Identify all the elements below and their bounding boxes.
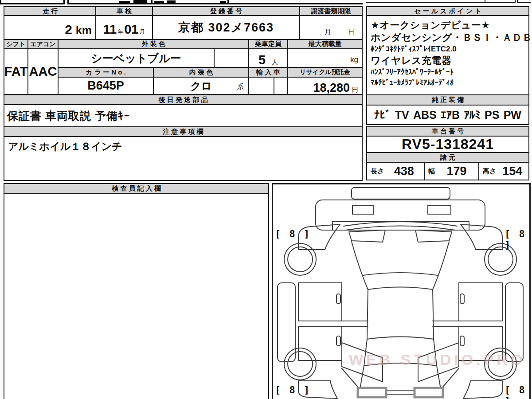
car-wiper-left <box>349 230 385 242</box>
transfer-day-label: 日 <box>348 28 355 36</box>
equipment-item: PW <box>504 109 521 121</box>
inspection-value-cell: 11 年 01 月 <box>95 15 153 40</box>
exterior-color-empty-cell <box>214 48 249 68</box>
maxload-cell: kg <box>287 48 363 68</box>
registration-value: 京都 302メ7663 <box>178 20 274 35</box>
remnant-divider <box>227 0 229 4</box>
car-left-front-handle <box>336 294 340 304</box>
import-empty-cell-2 <box>274 77 288 95</box>
car-wheel-rear-left-inner <box>288 352 313 376</box>
import-empty-cell-1 <box>248 77 274 95</box>
car-rear-bumper-lines <box>386 391 415 395</box>
tire-mark-rear-left: [ 8 ] <box>275 384 311 395</box>
car-tail-side-left <box>360 366 364 389</box>
car-right-rear-fender <box>463 381 502 399</box>
color-no-value: B645P <box>87 79 124 93</box>
recycle-deposit-unit: 円 <box>352 86 358 94</box>
equipment-item: ABS <box>413 109 437 121</box>
notes-header: 注 意 事 項 欄 <box>4 126 363 137</box>
exterior-color-cell: シーベットブルー <box>58 48 215 68</box>
aircon-value: AAC <box>29 64 57 79</box>
equipment-item: ｱﾙﾐ <box>464 109 481 121</box>
mileage-header: 走 行 <box>4 6 97 16</box>
capacity-value: 5 <box>258 53 266 67</box>
car-right-rocker-lines <box>433 321 459 326</box>
spec-width-label: 幅 <box>425 167 435 176</box>
car-left-rear-handle <box>336 336 340 346</box>
car-wheel-front-right-inner <box>488 247 513 272</box>
interior-color-cell: クロ 系 <box>153 77 249 95</box>
spec-height-label: 高さ <box>479 167 496 176</box>
remnant-cell <box>0 0 65 4</box>
specs-header: 諸 元 <box>366 152 529 163</box>
inspection-month-unit: 月 <box>139 28 145 36</box>
equipment-header: 純 正 装 備 <box>366 94 529 106</box>
watermark: WEB STUDIO.PRO <box>349 351 525 368</box>
aircon-value-cell: AAC <box>27 48 59 95</box>
color-no-cell: B645P <box>58 77 154 95</box>
registration-header: 登 録 番 号 <box>152 6 300 16</box>
remnant-glyph-fragment <box>167 0 176 3</box>
spec-length-value: 438 <box>384 164 424 178</box>
mileage-value: 2 <box>65 22 72 37</box>
car-wiper-right <box>415 230 452 242</box>
color-no-header: カ ラ ー N o . <box>58 67 154 78</box>
car-cowl-line <box>363 273 438 275</box>
car-wheel-rear-left <box>284 348 316 380</box>
sales-point-line: ホンダセンシング・ＢＳＩ・ＡＤＢ <box>371 31 532 44</box>
spec-length-cell: 長さ 438 <box>366 162 425 180</box>
inspection-year: 11 <box>103 22 117 37</box>
auction-sheet: 走 行 車 検 登 録 番 号 譲渡書類期限 2 km 11 年 01 月 京都… <box>0 0 532 399</box>
interior-color-value: クロ <box>190 79 212 93</box>
car-right-front-handle <box>460 294 464 304</box>
chassis-value: RV5-1318241 <box>402 136 494 153</box>
car-roof-front-arc <box>368 287 433 290</box>
mileage-value-cell: 2 km <box>4 15 97 40</box>
remnant-cell <box>366 0 485 3</box>
car-right-front-door <box>459 283 502 321</box>
car-roof-side-right <box>433 289 434 339</box>
equipment-items: ﾅﾋﾞTVABSｴｱBｱﾙﾐPSPW <box>366 105 529 125</box>
equipment-item: ｴｱB <box>441 109 460 121</box>
remnant-glyph-fragment <box>133 0 147 3</box>
remnant-cell <box>485 0 516 3</box>
car-wheel-front-left <box>284 243 316 275</box>
car-front-vent-right <box>428 205 451 214</box>
car-front-strip <box>352 188 450 199</box>
car-tail-side-right <box>437 366 441 389</box>
spec-width-value: 179 <box>435 164 478 178</box>
recycle-deposit-header: リサイクル預託金 <box>287 67 363 78</box>
tire-mark-front-left: [ 8 ] <box>275 228 311 239</box>
capacity-cell: 5 人 <box>248 48 288 68</box>
car-roof-side-left <box>367 289 368 339</box>
equipment-item: TV <box>395 109 409 121</box>
tire-mark-rear-right: [ 8 ] <box>505 384 532 399</box>
shift-value: FAT <box>4 64 28 79</box>
maxload-header: 最大積載量 <box>287 39 363 49</box>
spec-height-cell: 高さ 154 <box>478 162 529 180</box>
sales-point-line: ﾊﾝｽﾞﾌﾘｰｱｸｾｽﾊﾟﾜｰﾃｰﾙｹﾞｰﾄ <box>371 67 454 78</box>
car-tail-light-left <box>358 388 386 397</box>
sales-points-header: セ ー ル ス ポ イ ン ト <box>366 6 529 16</box>
spec-length-label: 長さ <box>367 167 384 176</box>
sales-point-line: ﾏﾙﾁﾋﾞｭｰｶﾒﾗﾌﾟﾚﾐｱﾑｵｰﾃﾞｨｵ <box>371 78 454 88</box>
remnant-divider <box>151 0 153 4</box>
later-parts-cell: 保証書 車両取説 予備ｷｰ <box>4 104 363 127</box>
recycle-deposit-value: 18,280 <box>313 81 350 95</box>
capacity-header: 乗車定員 <box>248 39 288 49</box>
car-hood-side-left <box>352 242 368 289</box>
notes-cell: アルミホイル１８インチ <box>4 136 363 181</box>
remnant-cell <box>67 0 363 4</box>
car-left-front-door <box>298 283 342 321</box>
shift-value-cell: FAT <box>4 48 28 95</box>
remnant-glyph-fragment <box>220 1 226 3</box>
inspector-body <box>4 193 269 399</box>
equipment-item: PS <box>485 109 499 121</box>
chassis-header: 車 台 番 号 <box>366 126 529 137</box>
sales-point-line: ﾎﾝﾀﾞｺﾈｸﾄﾃﾞｨｽﾌﾟﾚｲETC2.0 <box>371 44 457 55</box>
car-left-rear-door <box>298 326 342 360</box>
spec-height-value: 154 <box>496 164 528 178</box>
interior-color-header: 内 装 色 <box>153 67 249 78</box>
later-parts-header: 後 日 発 送 部 品 <box>4 94 363 105</box>
car-wheel-front-left-inner <box>288 247 313 272</box>
